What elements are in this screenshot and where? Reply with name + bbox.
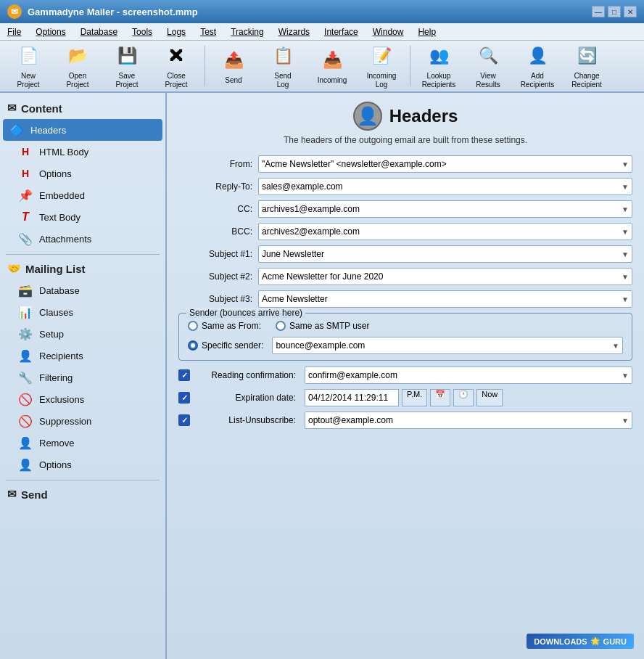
minimize-button[interactable]: —: [592, 6, 605, 17]
sidebar-item-exclusions[interactable]: 🚫 Exclusions: [3, 388, 162, 410]
setup-icon: ⚙️: [17, 326, 33, 342]
sidebar-mailing-title: 🤝 Mailing List: [3, 259, 162, 279]
watermark: DOWNLOADS 🌟 GURU: [527, 634, 634, 649]
watermark-suffix: GURU: [603, 637, 627, 646]
headers-icon: 🔷: [9, 122, 25, 138]
reply-to-select[interactable]: sales@example.com ▼: [258, 178, 632, 195]
reading-confirmation-row: Reading confirmation: confirm@example.co…: [178, 367, 632, 384]
sidebar-clauses-label: Clauses: [39, 307, 73, 318]
watermark-text: DOWNLOADS: [534, 637, 587, 646]
expiration-date-input[interactable]: [305, 389, 399, 406]
menu-database[interactable]: Database: [78, 26, 120, 38]
menu-interface[interactable]: Interface: [321, 26, 361, 38]
toolbar-send-log[interactable]: 📋 SendLog: [260, 39, 305, 93]
sidebar-item-options[interactable]: H Options: [3, 163, 162, 184]
sidebar-item-attachments[interactable]: 📎 Attachments: [3, 228, 162, 250]
subject2-select[interactable]: Acme Newsletter for June 2020 ▼: [258, 268, 632, 285]
radio-specific-sender[interactable]: Specific sender:: [188, 340, 263, 351]
menu-file[interactable]: File: [4, 26, 24, 38]
menu-window[interactable]: Window: [370, 26, 407, 38]
sidebar-item-recipients[interactable]: 👤 Recipients: [3, 345, 162, 367]
specific-sender-row: Specific sender: bounce@example.com ▼: [188, 337, 623, 354]
menu-tracking[interactable]: Tracking: [228, 26, 267, 38]
close-button[interactable]: ✕: [624, 6, 637, 17]
toolbar-view-results[interactable]: 🔍 ViewResults: [466, 39, 511, 93]
radio-same-as-smtp-circle: [276, 321, 286, 331]
menu-test[interactable]: Test: [197, 26, 219, 38]
bcc-select[interactable]: archives2@example.com ▼: [258, 223, 632, 240]
new-project-label: NewProject: [17, 72, 39, 89]
sidebar-item-html-body[interactable]: H HTML Body: [3, 141, 162, 163]
toolbar-incoming[interactable]: 📥 Incoming: [310, 44, 355, 89]
embedded-icon: 📌: [17, 187, 33, 203]
menu-wizards[interactable]: Wizards: [276, 26, 313, 38]
radio-same-as-from[interactable]: Same as From:: [188, 321, 261, 331]
toolbar-close-project[interactable]: 🗙 CloseProject: [154, 39, 199, 93]
sidebar-item-text-body[interactable]: T Text Body: [3, 206, 162, 228]
expiration-date-checkbox[interactable]: [178, 392, 190, 404]
subject2-arrow: ▼: [622, 273, 629, 281]
incoming-label: Incoming: [318, 76, 347, 85]
sidebar-item-remove[interactable]: 👤 Remove: [3, 432, 162, 454]
sidebar-item-embedded[interactable]: 📌 Embedded: [3, 184, 162, 206]
list-unsubscribe-label: List-Unsubscribe:: [194, 415, 296, 425]
change-recipient-icon: 🔄: [574, 43, 600, 69]
sidebar-item-filtering[interactable]: 🔧 Filtering: [3, 367, 162, 388]
subject3-select[interactable]: Acme Newsletter ▼: [258, 290, 632, 308]
reading-confirmation-label: Reading confirmation:: [194, 370, 296, 380]
reading-confirmation-value: confirm@example.com: [308, 370, 397, 380]
toolbar-open-project[interactable]: 📂 OpenProject: [55, 39, 100, 93]
cc-value: archives1@example.com: [262, 204, 360, 214]
calendar-button[interactable]: 📅: [430, 389, 450, 406]
toolbar-save-project[interactable]: 💾 SaveProject: [104, 39, 149, 93]
cc-row: CC: archives1@example.com ▼: [178, 200, 632, 218]
sidebar-recipients-label: Recipients: [39, 351, 83, 361]
menu-logs[interactable]: Logs: [164, 26, 189, 38]
now-button[interactable]: Now: [476, 389, 503, 406]
content-section-icon: ✉: [7, 102, 17, 115]
cc-select[interactable]: archives1@example.com ▼: [258, 200, 632, 218]
radio-specific-sender-label: Specific sender:: [202, 340, 263, 351]
sidebar: ✉ Content 🔷 Headers H HTML Body H Option…: [0, 93, 167, 659]
sidebar-setup-label: Setup: [39, 329, 64, 340]
menu-options[interactable]: Options: [33, 26, 68, 38]
toolbar-lookup-recipients[interactable]: 👥 LookupRecipients: [416, 39, 461, 93]
toolbar-incoming-log[interactable]: 📝 IncomingLog: [359, 39, 404, 93]
subject2-value: Acme Newsletter for June 2020: [262, 271, 383, 282]
list-unsubscribe-select[interactable]: optout@example.com ▼: [305, 412, 632, 429]
reading-confirmation-arrow: ▼: [622, 372, 629, 380]
radio-same-as-smtp[interactable]: Same as SMTP user: [276, 321, 369, 331]
sidebar-send-title: ✉ Send: [3, 485, 162, 505]
sidebar-item-headers[interactable]: 🔷 Headers: [3, 119, 162, 141]
list-unsubscribe-checkbox[interactable]: [178, 414, 190, 426]
html-body-icon: H: [17, 144, 33, 160]
toolbar-add-recipients[interactable]: 👤 AddRecipients: [515, 39, 560, 93]
reading-confirmation-checkbox[interactable]: [178, 369, 190, 381]
clock-button[interactable]: 🕐: [453, 389, 474, 406]
toolbar-send[interactable]: 📤 Send: [211, 44, 256, 89]
reading-confirmation-select[interactable]: confirm@example.com ▼: [305, 367, 632, 384]
sidebar-item-suppression[interactable]: 🚫 Suppression: [3, 410, 162, 432]
sidebar-item-clauses[interactable]: 📊 Clauses: [3, 301, 162, 323]
reply-to-row: Reply-To: sales@example.com ▼: [178, 178, 632, 195]
options-icon: H: [17, 165, 33, 181]
sidebar-item-mailing-options[interactable]: 👤 Options: [3, 454, 162, 475]
text-body-icon: T: [17, 209, 33, 225]
toolbar-change-recipient[interactable]: 🔄 ChangeRecipient: [564, 39, 609, 93]
sidebar-item-setup[interactable]: ⚙️ Setup: [3, 323, 162, 345]
send-section-icon: ✉: [7, 488, 17, 501]
menu-tools[interactable]: Tools: [129, 26, 155, 38]
from-select[interactable]: "Acme Newsletter" <newsletter@example.co…: [258, 155, 632, 173]
sidebar-database-label: Database: [39, 285, 80, 296]
maximize-button[interactable]: □: [608, 6, 621, 17]
sidebar-item-database[interactable]: 🗃️ Database: [3, 279, 162, 301]
open-project-label: OpenProject: [66, 72, 88, 89]
specific-sender-select[interactable]: bounce@example.com ▼: [272, 337, 623, 354]
ampm-button[interactable]: P.M.: [402, 389, 427, 406]
app-icon: ✉: [7, 4, 22, 19]
sidebar-text-body-label: Text Body: [39, 212, 80, 223]
subject1-select[interactable]: June Newsletter ▼: [258, 245, 632, 263]
send-log-icon: 📋: [270, 43, 296, 69]
menu-help[interactable]: Help: [415, 26, 439, 38]
toolbar-new-project[interactable]: 📄 NewProject: [6, 39, 51, 93]
